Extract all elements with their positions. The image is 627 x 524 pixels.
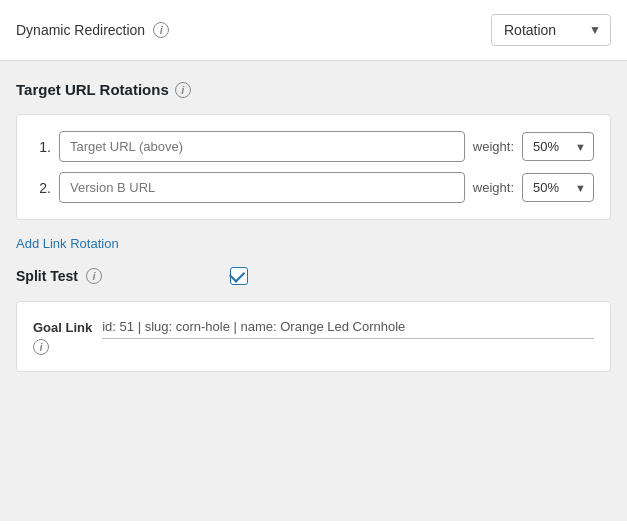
goal-link-label-col: Goal Link i <box>33 318 92 355</box>
split-test-checkbox-area <box>230 267 248 285</box>
dynamic-redirection-info-icon[interactable]: i <box>153 22 169 38</box>
weight-select-1[interactable]: 10%20%30%40% 50%60%70%80%90%100% <box>522 132 594 161</box>
weight-select-2[interactable]: 10%20%30%40% 50%60%70%80%90%100% <box>522 173 594 202</box>
url-rotations-box: 1. weight: 10%20%30%40% 50%60%70%80%90%1… <box>16 114 611 220</box>
split-test-info-icon[interactable]: i <box>86 268 102 284</box>
split-test-label: Split Test <box>16 268 78 284</box>
weight-select-wrapper-2: 10%20%30%40% 50%60%70%80%90%100% ▼ <box>522 173 594 202</box>
target-rotations-info-icon[interactable]: i <box>175 82 191 98</box>
goal-link-inner: Goal Link i id: 51 | slug: corn-hole | n… <box>33 318 594 355</box>
goal-link-box: Goal Link i id: 51 | slug: corn-hole | n… <box>16 301 611 372</box>
url-row-2-num: 2. <box>33 180 51 196</box>
goal-link-value-col: id: 51 | slug: corn-hole | name: Orange … <box>102 318 594 339</box>
url-row-1-num: 1. <box>33 139 51 155</box>
top-bar: Dynamic Redirection i Rotation Random Se… <box>0 0 627 61</box>
weight-select-wrapper-1: 10%20%30%40% 50%60%70%80%90%100% ▼ <box>522 132 594 161</box>
target-rotations-title: Target URL Rotations i <box>16 81 611 98</box>
split-test-row: Split Test i <box>16 267 611 285</box>
split-test-checkbox[interactable] <box>230 267 248 285</box>
rotation-select-wrapper: Rotation Random Sequential ▼ <box>491 14 611 46</box>
goal-link-info-icon[interactable]: i <box>33 339 49 355</box>
target-rotations-title-text: Target URL Rotations <box>16 81 169 98</box>
rotation-select[interactable]: Rotation Random Sequential <box>491 14 611 46</box>
url-input-2[interactable] <box>59 172 465 203</box>
dynamic-redirection-label: Dynamic Redirection <box>16 22 145 38</box>
goal-link-label: Goal Link <box>33 320 92 335</box>
main-content: Target URL Rotations i 1. weight: 10%20%… <box>0 61 627 521</box>
weight-label-1: weight: <box>473 139 514 154</box>
url-row-2: 2. weight: 10%20%30%40% 50%60%70%80%90%1… <box>33 172 594 203</box>
add-link-rotation[interactable]: Add Link Rotation <box>16 236 119 251</box>
goal-link-value: id: 51 | slug: corn-hole | name: Orange … <box>102 319 405 334</box>
weight-label-2: weight: <box>473 180 514 195</box>
url-row-1: 1. weight: 10%20%30%40% 50%60%70%80%90%1… <box>33 131 594 162</box>
url-input-1[interactable] <box>59 131 465 162</box>
